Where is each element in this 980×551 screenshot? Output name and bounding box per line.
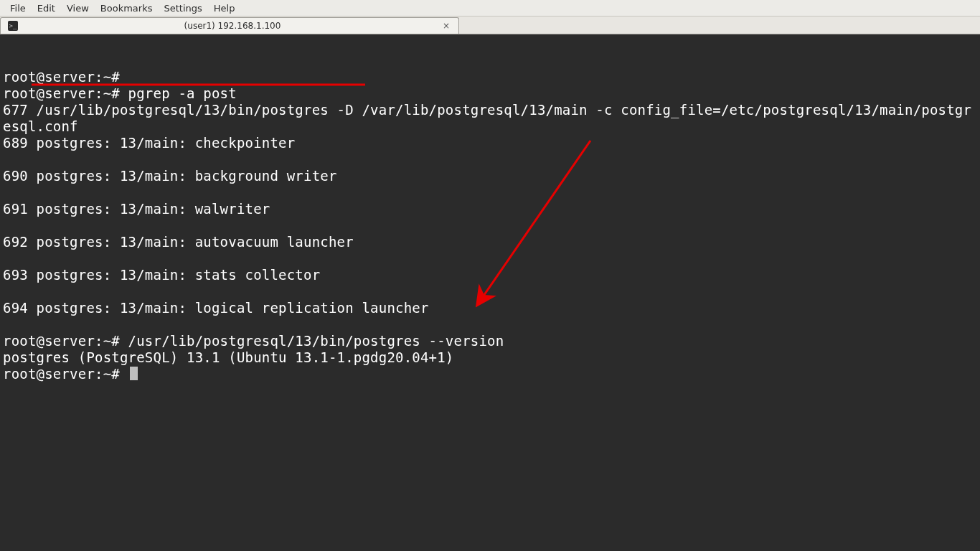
terminal-line: 677 /usr/lib/postgresql/13/bin/postgres … bbox=[3, 102, 977, 135]
tab-session[interactable]: >_ (user1) 192.168.1.100 × bbox=[0, 17, 459, 34]
menu-settings[interactable]: Settings bbox=[158, 1, 207, 15]
terminal-line: 694 postgres: 13/main: logical replicati… bbox=[3, 300, 977, 316]
terminal-cursor bbox=[130, 367, 138, 380]
terminal-line: root@server:~# bbox=[3, 69, 977, 85]
terminal-line: root@server:~# bbox=[3, 366, 977, 382]
tabbar: >_ (user1) 192.168.1.100 × bbox=[0, 17, 980, 34]
terminal-blank-line bbox=[3, 283, 977, 300]
terminal-line: 691 postgres: 13/main: walwriter bbox=[3, 201, 977, 217]
terminal-line: 689 postgres: 13/main: checkpointer bbox=[3, 135, 977, 151]
menu-bookmarks[interactable]: Bookmarks bbox=[95, 1, 159, 15]
close-icon[interactable]: × bbox=[441, 21, 451, 31]
terminal-line: 692 postgres: 13/main: autovacuum launch… bbox=[3, 234, 977, 250]
terminal-blank-line bbox=[3, 250, 977, 267]
terminal-blank-line bbox=[3, 184, 977, 201]
terminal-blank-line bbox=[3, 316, 977, 333]
terminal-line: root@server:~# pgrep -a post bbox=[3, 85, 977, 102]
menubar: File Edit View Bookmarks Settings Help bbox=[0, 0, 980, 17]
menu-edit[interactable]: Edit bbox=[32, 1, 61, 15]
terminal-blank-line bbox=[3, 151, 977, 168]
terminal-output[interactable]: root@server:~#root@server:~# pgrep -a po… bbox=[0, 34, 980, 551]
terminal-line: 690 postgres: 13/main: background writer bbox=[3, 168, 977, 184]
terminal-icon: >_ bbox=[8, 21, 18, 31]
terminal-line: root@server:~# /usr/lib/postgresql/13/bi… bbox=[3, 333, 977, 349]
terminal-line: postgres (PostgreSQL) 13.1 (Ubuntu 13.1-… bbox=[3, 349, 977, 366]
menu-help[interactable]: Help bbox=[208, 1, 241, 15]
terminal-line: 693 postgres: 13/main: stats collector bbox=[3, 267, 977, 283]
terminal-blank-line bbox=[3, 217, 977, 234]
tab-title: (user1) 192.168.1.100 bbox=[24, 21, 441, 31]
menu-view[interactable]: View bbox=[61, 1, 95, 15]
menu-file[interactable]: File bbox=[4, 1, 32, 15]
